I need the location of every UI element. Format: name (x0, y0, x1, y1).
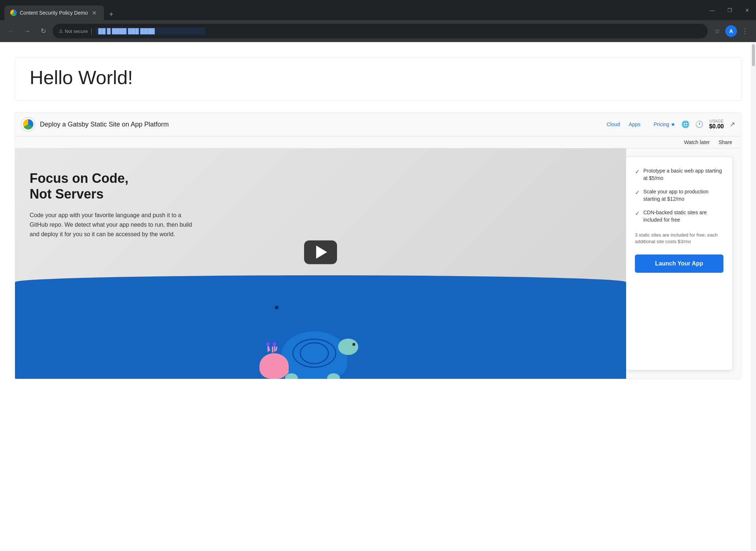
pricing-link[interactable]: Pricing ★ (654, 121, 675, 127)
not-secure-indicator: ⚠ Not secure (59, 28, 88, 34)
scrollbar[interactable] (751, 43, 756, 551)
warning-icon: ⚠ (59, 28, 63, 34)
yt-nav-links: Cloud Apps (607, 121, 641, 127)
yt-nav-cloud[interactable]: Cloud (607, 121, 620, 127)
hello-world-heading: Hello World! (30, 67, 726, 88)
yt-overlay-text: Focus on Code, Not Servers Code your app… (30, 170, 198, 239)
active-tab[interactable]: Content Security Policy Demo ✕ (4, 5, 104, 20)
reload-button[interactable]: ↻ (37, 24, 50, 38)
title-bar: Content Security Policy Demo ✕ + — ❐ ✕ (0, 0, 756, 20)
check-icon-1: ✓ (635, 168, 640, 175)
usage-label: USAGE (709, 119, 724, 123)
address-bar[interactable]: ⚠ Not secure | ██ █ ████ ███ ████ (53, 24, 708, 38)
nav-bar: ← → ↻ ⚠ Not secure | ██ █ ████ ███ ████ … (0, 20, 756, 42)
new-tab-button[interactable]: + (105, 8, 117, 20)
feature-item-3: ✓ CDN-backed static sites are included f… (635, 209, 723, 223)
check-icon-2: ✓ (635, 189, 640, 196)
browser-chrome: Content Security Policy Demo ✕ + — ❐ ✕ ←… (0, 0, 756, 43)
feature-text-1: Prototype a basic web app starting at $5… (643, 167, 723, 182)
scrollbar-thumb[interactable] (752, 44, 755, 66)
page-content: Hello World! Deploy a Gatsby Static Site… (0, 43, 756, 551)
share-icon: ↗ (730, 120, 735, 128)
menu-button[interactable]: ⋮ (738, 24, 752, 38)
yt-nav-apps[interactable]: Apps (629, 121, 640, 127)
play-triangle (316, 246, 327, 259)
headline: Focus on Code, Not Servers (30, 170, 198, 202)
tab-bar: Content Security Policy Demo ✕ + (4, 0, 708, 20)
feature-text-2: Scale your app to production starting at… (643, 188, 723, 203)
feature-item-1: ✓ Prototype a basic web app starting at … (635, 167, 723, 182)
close-button[interactable]: ✕ (743, 6, 752, 15)
tab-title: Content Security Policy Demo (20, 10, 88, 16)
feature-item-4: 3 static sites are included for free; ea… (635, 230, 723, 245)
minimize-button[interactable]: — (708, 6, 716, 15)
address-text: ██ █ ████ ███ ████ (96, 27, 205, 35)
body-text: Code your app with your favorite languag… (30, 211, 198, 239)
nav-right-icons: ☆ A ⋮ (711, 24, 752, 38)
youtube-container: Deploy a Gatsby Static Site on App Platf… (15, 113, 741, 379)
play-button[interactable] (304, 240, 337, 264)
hello-section: Hello World! (15, 57, 741, 101)
illustration (259, 331, 347, 379)
yt-main-area: Focus on Code, Not Servers Code your app… (15, 148, 741, 379)
yt-right-card: ✓ Prototype a basic web app starting at … (626, 157, 732, 370)
tab-favicon (10, 10, 17, 16)
feature-text-3: CDN-backed static sites are included for… (643, 209, 723, 223)
video-title: Deploy a Gatsby Static Site on App Platf… (40, 121, 602, 128)
globe-icon: 🌐 (681, 120, 689, 128)
yt-topbar: Deploy a Gatsby Static Site on App Platf… (15, 113, 741, 136)
launch-app-button[interactable]: Launch Your App (635, 254, 723, 273)
bookmark-button[interactable]: ☆ (711, 24, 724, 38)
window-controls: — ❐ ✕ (708, 6, 752, 15)
feature-item-2: ✓ Scale your app to production starting … (635, 188, 723, 203)
back-button[interactable]: ← (4, 24, 18, 38)
watch-later-btn[interactable]: Watch later (684, 139, 710, 145)
check-icon-3: ✓ (635, 210, 640, 217)
share-btn[interactable]: Share (719, 139, 732, 145)
profile-button[interactable]: A (725, 25, 737, 37)
maximize-button[interactable]: ❐ (725, 6, 734, 15)
clock-icon: 🕐 (695, 120, 703, 128)
video-section: Deploy a Gatsby Static Site on App Platf… (15, 112, 741, 379)
digitalocean-logo (21, 117, 35, 132)
address-divider: | (91, 27, 93, 35)
usage-value: $0.00 (709, 123, 724, 130)
tab-close-button[interactable]: ✕ (91, 9, 98, 16)
forward-button[interactable]: → (20, 24, 34, 38)
yt-video-area: Focus on Code, Not Servers Code your app… (15, 148, 626, 379)
feature-subtext-4: 3 static sites are included for free; ea… (635, 232, 723, 245)
